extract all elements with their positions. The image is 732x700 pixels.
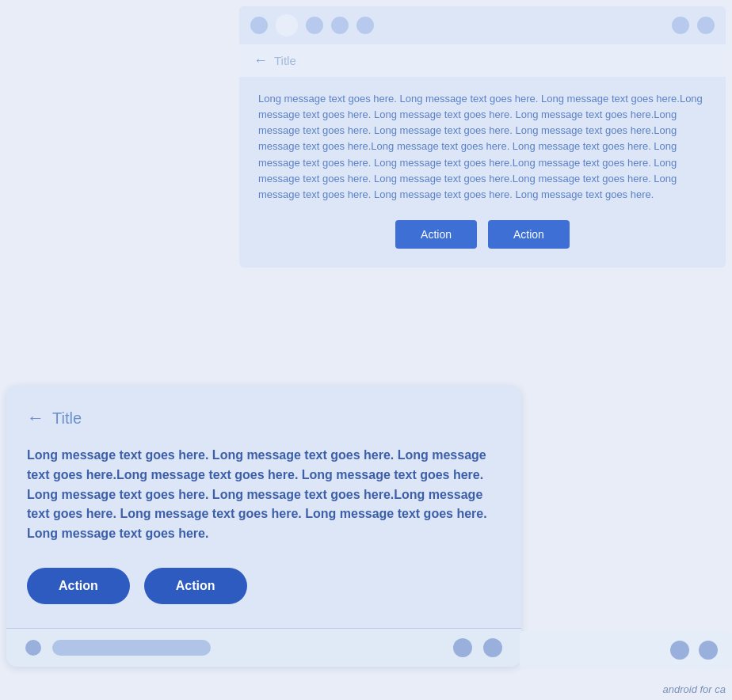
bottom-action-button-2[interactable]: Action <box>144 568 247 604</box>
status-dot-3 <box>306 17 323 34</box>
right-panel-dot-2 <box>699 641 718 660</box>
bottom-card-title: Title <box>52 409 82 428</box>
status-dot-right-2 <box>697 17 715 34</box>
top-action-button-2[interactable]: Action <box>488 220 570 249</box>
top-buttons-row: Action Action <box>258 220 707 249</box>
top-card-body: Long message text goes here. Long messag… <box>239 77 726 268</box>
bottom-action-button-1[interactable]: Action <box>27 568 130 604</box>
status-dot-2 <box>276 14 298 36</box>
top-message-text: Long message text goes here. Long messag… <box>258 91 707 203</box>
status-dot-4 <box>331 17 349 34</box>
top-card-container: ← Title Long message text goes here. Lon… <box>239 6 726 268</box>
bottom-titlebar: ← Title <box>27 408 501 428</box>
bottom-buttons-row: Action Action <box>27 568 501 604</box>
right-panel-dot-1 <box>670 641 689 660</box>
status-dot-right-1 <box>672 17 689 34</box>
status-dot-1 <box>250 17 268 34</box>
nav-dot-left <box>25 640 41 656</box>
top-titlebar: ← Title <box>239 44 726 77</box>
watermark-text: android for ca <box>663 683 726 695</box>
back-arrow-icon[interactable]: ← <box>254 52 268 69</box>
bottom-card-inner: ← Title Long message text goes here. Lon… <box>6 386 521 628</box>
top-card-title: Title <box>274 54 296 67</box>
nav-pill[interactable] <box>52 640 211 656</box>
nav-dot-right <box>483 638 502 657</box>
status-dot-5 <box>356 17 374 34</box>
right-panel <box>520 631 732 669</box>
bottom-card-container: ← Title Long message text goes here. Lon… <box>6 386 521 667</box>
top-statusbar <box>239 6 726 44</box>
top-action-button-1[interactable]: Action <box>395 220 477 249</box>
bottom-nav-bar <box>6 628 521 667</box>
bottom-back-arrow-icon[interactable]: ← <box>27 408 44 428</box>
bottom-message-text: Long message text goes here. Long messag… <box>27 446 501 544</box>
nav-dot-mid <box>453 638 472 657</box>
